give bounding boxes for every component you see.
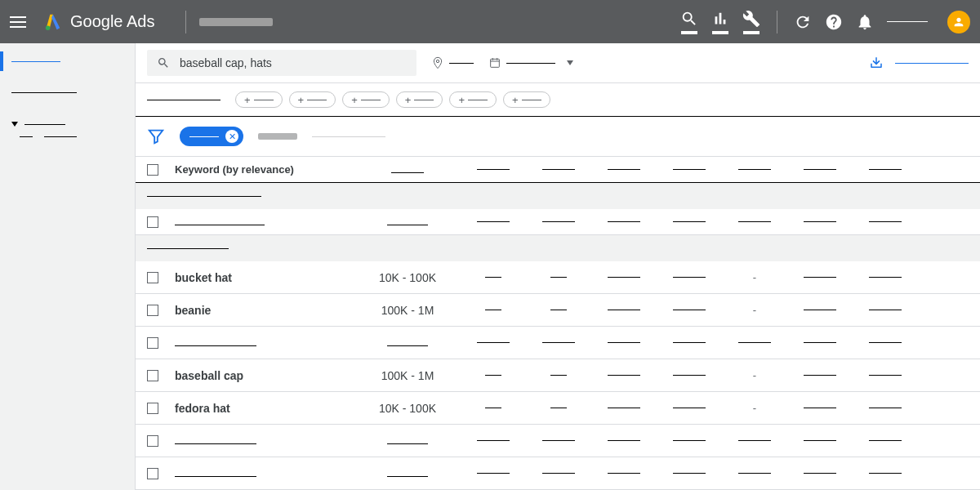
table-row: fedora hat 10K - 100K -	[136, 392, 980, 425]
section-header-2	[136, 235, 980, 261]
chevron-down-icon	[11, 122, 18, 127]
pin-icon	[431, 56, 444, 69]
row-checkbox[interactable]	[147, 272, 158, 283]
keyword-cell: baseball cap	[175, 369, 243, 382]
account-link[interactable]	[887, 21, 928, 22]
search-value: baseball cap, hats	[180, 56, 272, 69]
svg-point-0	[46, 25, 51, 30]
add-chip-5[interactable]: +	[449, 91, 497, 108]
close-icon[interactable]: ✕	[225, 130, 238, 143]
header-tools	[680, 10, 970, 34]
sidebar-sub-2[interactable]	[0, 131, 135, 142]
sidebar-item-1[interactable]	[0, 48, 135, 74]
download-link[interactable]	[869, 56, 969, 70]
volume-cell: 100K - 1M	[381, 369, 434, 382]
table-row	[136, 327, 980, 359]
header-keyword[interactable]: Keyword (by relevance)	[175, 163, 354, 176]
search-icon	[680, 10, 698, 28]
filter-input[interactable]	[258, 133, 297, 140]
search-icon	[157, 56, 170, 69]
filter-option[interactable]	[312, 136, 385, 137]
row-checkbox[interactable]	[147, 337, 158, 349]
search-tool[interactable]	[680, 10, 698, 34]
search-input[interactable]: baseball cap, hats	[147, 50, 416, 76]
add-chip-4[interactable]: +	[396, 91, 443, 108]
filter-row: ✕	[136, 117, 980, 157]
keyword-cell: bucket hat	[175, 271, 232, 284]
wrench-icon	[742, 10, 760, 28]
volume-cell: 10K - 100K	[379, 271, 436, 284]
logo: Google Ads	[44, 12, 172, 31]
sidebar	[0, 43, 136, 490]
brand-name: Google Ads	[70, 12, 154, 31]
separator	[185, 11, 186, 33]
download-icon	[869, 56, 884, 70]
account-selector[interactable]	[199, 18, 273, 26]
person-icon	[952, 16, 965, 29]
location-selector[interactable]	[431, 56, 474, 69]
help-icon[interactable]	[825, 13, 843, 31]
search-row: baseball cap, hats	[136, 43, 980, 83]
volume-cell: 10K - 100K	[379, 402, 436, 415]
add-chip-6[interactable]: +	[503, 91, 550, 108]
keyword-cell: beanie	[175, 304, 211, 317]
bell-icon[interactable]	[856, 13, 874, 31]
row-checkbox[interactable]	[147, 216, 158, 228]
chevron-down-icon	[567, 60, 573, 65]
chip-row: + + + + + +	[136, 83, 980, 117]
row-checkbox[interactable]	[147, 435, 158, 447]
row-checkbox[interactable]	[147, 468, 158, 479]
svg-rect-2	[491, 59, 500, 67]
add-chip-1[interactable]: +	[235, 91, 283, 108]
add-chip-3[interactable]: +	[342, 91, 390, 108]
reports-icon	[711, 10, 729, 28]
menu-icon[interactable]	[10, 12, 29, 32]
section-header-1	[136, 183, 980, 209]
table-row: beanie 100K - 1M -	[136, 294, 980, 327]
row-checkbox[interactable]	[147, 370, 158, 381]
volume-cell: 100K - 1M	[381, 304, 434, 317]
refresh-icon[interactable]	[794, 13, 812, 31]
table-row	[136, 209, 980, 235]
add-chip-2[interactable]: +	[289, 91, 336, 108]
active-filter-pill[interactable]: ✕	[180, 127, 243, 146]
select-all-checkbox[interactable]	[147, 164, 158, 176]
main-content: baseball cap, hats + + + + +	[136, 43, 980, 490]
tools-tool[interactable]	[742, 10, 760, 34]
keyword-cell: fedora hat	[175, 402, 230, 415]
table-row: baseball cap 100K - 1M -	[136, 359, 980, 392]
row-checkbox[interactable]	[147, 305, 158, 316]
table-row	[136, 425, 980, 457]
table-header: Keyword (by relevance)	[136, 157, 980, 183]
ads-logo-icon	[44, 13, 62, 31]
sidebar-item-2[interactable]	[0, 79, 135, 105]
date-selector[interactable]	[488, 56, 573, 69]
sidebar-sub-1[interactable]	[0, 117, 135, 131]
table-row	[136, 457, 980, 490]
app-header: Google Ads	[0, 0, 980, 43]
svg-point-1	[436, 60, 439, 62]
chip-row-label	[147, 100, 220, 100]
calendar-icon	[488, 56, 501, 69]
filter-icon[interactable]	[147, 127, 165, 145]
row-checkbox[interactable]	[147, 403, 158, 414]
reports-tool[interactable]	[711, 10, 729, 34]
avatar[interactable]	[947, 11, 970, 33]
table-row: bucket hat 10K - 100K -	[136, 261, 980, 294]
